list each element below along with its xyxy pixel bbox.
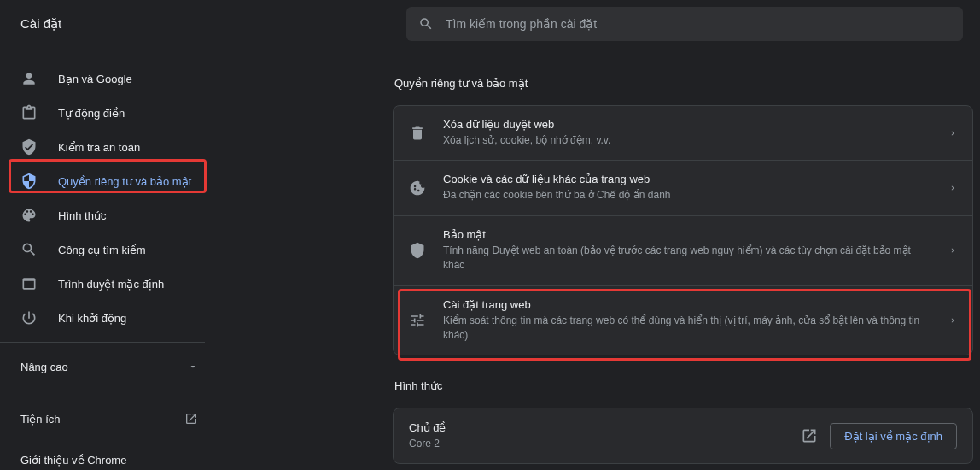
row-title: Cookie và các dữ liệu khác của trang web xyxy=(443,173,931,185)
privacy-card: Xóa dữ liệu duyệt web Xóa lịch sử, cooki… xyxy=(393,105,973,355)
trash-icon xyxy=(409,125,426,142)
section-title-appearance: Hình thức xyxy=(394,379,973,392)
window-icon xyxy=(20,275,38,292)
sidebar-item-search-engine[interactable]: Công cụ tìm kiếm xyxy=(0,232,219,267)
sidebar-item-autofill[interactable]: Tự động điền xyxy=(0,96,219,130)
sidebar-item-label: Quyền riêng tư và bảo mật xyxy=(58,175,191,188)
row-title: Cài đặt trang web xyxy=(443,298,931,311)
sidebar-item-label: Bạn và Google xyxy=(58,73,132,85)
search-input[interactable] xyxy=(446,17,951,31)
row-title: Bảo mật xyxy=(443,228,931,241)
row-body: Cài đặt trang web Kiểm soát thông tin mà… xyxy=(443,298,931,344)
row-cookies-site-data[interactable]: Cookie và các dữ liệu khác của trang web… xyxy=(394,161,972,215)
sidebar-item-label: Hình thức xyxy=(58,209,106,222)
clipboard-icon xyxy=(20,104,38,121)
row-subtitle: Kiểm soát thông tin mà các trang web có … xyxy=(443,314,931,344)
tune-icon xyxy=(409,312,426,329)
theme-title: Chủ đề xyxy=(409,421,789,434)
sidebar-about-chrome[interactable]: Giới thiệu về Chrome xyxy=(0,439,219,470)
divider xyxy=(0,391,205,391)
sidebar-item-privacy-security[interactable]: Quyền riêng tư và bảo mật xyxy=(0,164,219,198)
chevron-right-icon xyxy=(948,184,957,192)
sidebar-advanced-label: Nâng cao xyxy=(20,361,68,373)
open-in-new-icon xyxy=(184,412,198,426)
sidebar-item-default-browser[interactable]: Trình duyệt mặc định xyxy=(0,267,219,301)
row-body: Xóa dữ liệu duyệt web Xóa lịch sử, cooki… xyxy=(443,118,931,148)
row-theme: Chủ đề Core 2 Đặt lại về mặc định xyxy=(394,408,972,463)
search-field[interactable] xyxy=(406,7,963,41)
divider xyxy=(0,342,205,343)
cookie-icon xyxy=(409,179,426,197)
sidebar-item-label: Tự động điền xyxy=(58,107,125,120)
sidebar-item-on-startup[interactable]: Khi khởi động xyxy=(0,301,219,335)
row-subtitle: Đã chặn các cookie bên thứ ba ở Chế độ ẩ… xyxy=(443,188,931,203)
row-body: Bảo mật Tính năng Duyệt web an toàn (bảo… xyxy=(443,228,931,273)
search-icon xyxy=(20,241,38,258)
row-body: Chủ đề Core 2 xyxy=(409,421,789,451)
row-subtitle: Tính năng Duyệt web an toàn (bảo vệ trướ… xyxy=(443,244,931,273)
row-site-settings[interactable]: Cài đặt trang web Kiểm soát thông tin mà… xyxy=(394,286,972,355)
row-title: Xóa dữ liệu duyệt web xyxy=(443,118,931,131)
appearance-card: Chủ đề Core 2 Đặt lại về mặc định xyxy=(393,408,973,464)
section-title-privacy: Quyền riêng tư và bảo mật xyxy=(394,77,973,90)
row-body: Cookie và các dữ liệu khác của trang web… xyxy=(443,173,931,203)
page-title: Cài đặt xyxy=(17,16,406,32)
sidebar-item-label: Kiểm tra an toàn xyxy=(58,141,140,154)
open-in-new-icon[interactable] xyxy=(801,427,818,444)
sidebar-item-label: Công cụ tìm kiếm xyxy=(58,244,146,256)
sidebar-about-label: Giới thiệu về Chrome xyxy=(20,454,126,467)
row-subtitle: Xóa lịch sử, cookie, bộ nhớ đệm, v.v. xyxy=(443,133,931,148)
theme-name: Core 2 xyxy=(409,437,789,451)
chevron-down-icon xyxy=(188,361,198,372)
sidebar-item-safety-check[interactable]: Kiểm tra an toàn xyxy=(0,130,219,164)
chevron-right-icon xyxy=(948,246,957,255)
sidebar-advanced[interactable]: Nâng cao xyxy=(0,350,219,384)
search-icon xyxy=(418,16,434,32)
chevron-right-icon xyxy=(948,316,957,325)
row-clear-browsing-data[interactable]: Xóa dữ liệu duyệt web Xóa lịch sử, cooki… xyxy=(394,106,972,161)
sidebar: Bạn và Google Tự động điền Kiểm tra an t… xyxy=(0,48,219,470)
shield-icon xyxy=(20,173,38,190)
power-icon xyxy=(20,309,38,326)
sidebar-item-appearance[interactable]: Hình thức xyxy=(0,198,219,232)
sidebar-item-label: Khi khởi động xyxy=(58,312,126,325)
header: Cài đặt xyxy=(0,0,980,48)
sidebar-item-label: Trình duyệt mặc định xyxy=(58,278,164,291)
chevron-right-icon xyxy=(948,129,957,138)
shield-check-icon xyxy=(20,138,38,156)
content: Quyền riêng tư và bảo mật Xóa dữ liệu du… xyxy=(219,48,980,470)
sidebar-extensions-label: Tiện ích xyxy=(20,413,61,426)
sidebar-extensions[interactable]: Tiện ích xyxy=(0,398,219,439)
shield-icon xyxy=(409,242,426,259)
row-security[interactable]: Bảo mật Tính năng Duyệt web an toàn (bảo… xyxy=(394,216,972,286)
sidebar-item-you-and-google[interactable]: Bạn và Google xyxy=(0,62,219,96)
reset-to-default-button[interactable]: Đặt lại về mặc định xyxy=(830,423,957,449)
person-icon xyxy=(20,70,38,87)
palette-icon xyxy=(20,207,38,224)
